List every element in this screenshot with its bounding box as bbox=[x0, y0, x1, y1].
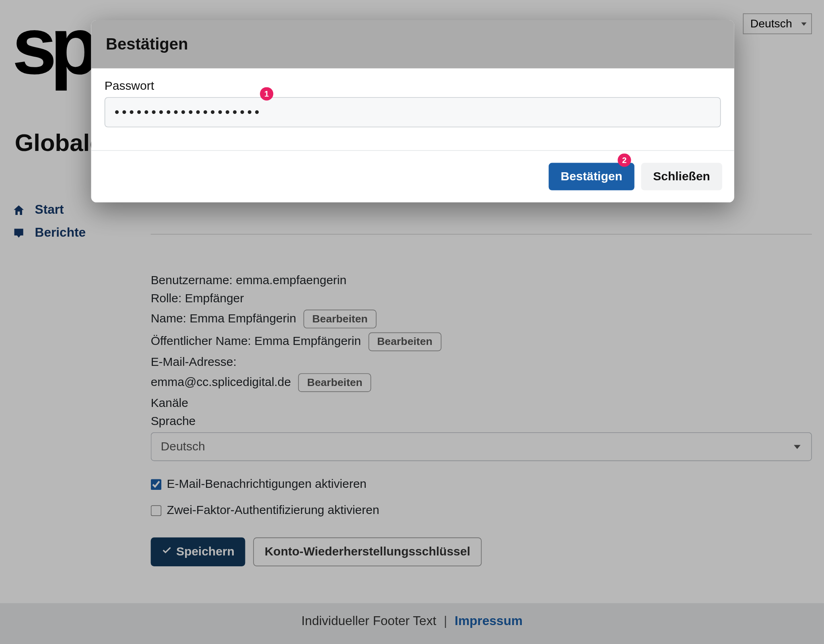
logo: sp bbox=[12, 9, 93, 82]
email-line: emma@cc.splicedigital.de Bearbeiten bbox=[151, 373, 812, 392]
hint-badge-1: 1 bbox=[260, 87, 273, 100]
language-select-top[interactable]: Deutsch bbox=[743, 13, 812, 34]
recovery-key-button[interactable]: Konto-Wiederherstellungsschlüssel bbox=[253, 537, 482, 566]
language-label: Sprache bbox=[151, 414, 812, 428]
sidebar: Start Berichte bbox=[12, 198, 133, 244]
impressum-link[interactable]: Impressum bbox=[455, 614, 523, 628]
edit-public-name-button[interactable]: Bearbeiten bbox=[368, 332, 441, 351]
twofa-row[interactable]: Zwei-Faktor-Authentifizierung aktivieren bbox=[151, 503, 812, 517]
sidebar-item-reports[interactable]: Berichte bbox=[12, 221, 133, 244]
sidebar-item-label: Berichte bbox=[35, 225, 86, 240]
modal-title: Bestätigen bbox=[91, 20, 734, 68]
email-label-line: E-Mail-Adresse: bbox=[151, 355, 812, 369]
tab-row bbox=[151, 201, 812, 235]
sidebar-item-label: Start bbox=[35, 202, 64, 217]
password-input[interactable] bbox=[105, 97, 721, 127]
email-notif-row[interactable]: E-Mail-Benachrichtigungen aktivieren bbox=[151, 477, 812, 491]
close-button[interactable]: Schließen bbox=[641, 163, 722, 190]
public-name-line: Öffentlicher Name: Emma Empfängerin Bear… bbox=[151, 332, 812, 351]
channels-line: Kanäle bbox=[151, 396, 812, 410]
hint-badge-2: 2 bbox=[618, 153, 631, 167]
content-panel: Benutzername: emma.empfaengerin Rolle: E… bbox=[151, 201, 812, 566]
check-icon bbox=[161, 545, 172, 559]
confirm-modal: Bestätigen Passwort 1 Bestätigen Schließ… bbox=[91, 20, 734, 202]
save-button[interactable]: Speichern bbox=[151, 537, 245, 566]
username-line: Benutzername: emma.empfaengerin bbox=[151, 273, 812, 287]
edit-email-button[interactable]: Bearbeiten bbox=[299, 373, 371, 392]
password-label: Passwort bbox=[105, 79, 721, 93]
inbox-icon bbox=[12, 227, 25, 239]
name-line: Name: Emma Empfängerin Bearbeiten bbox=[151, 310, 812, 328]
page-title: Globale bbox=[15, 129, 103, 157]
language-select[interactable]: Deutsch bbox=[151, 432, 812, 461]
footer: Individueller Footer Text | Impressum bbox=[0, 603, 824, 644]
role-line: Rolle: Empfänger bbox=[151, 291, 812, 305]
email-notif-checkbox[interactable] bbox=[151, 479, 162, 490]
twofa-checkbox[interactable] bbox=[151, 505, 162, 516]
home-icon bbox=[12, 204, 25, 216]
confirm-button[interactable]: Bestätigen bbox=[549, 163, 634, 190]
edit-name-button[interactable]: Bearbeiten bbox=[303, 310, 376, 328]
